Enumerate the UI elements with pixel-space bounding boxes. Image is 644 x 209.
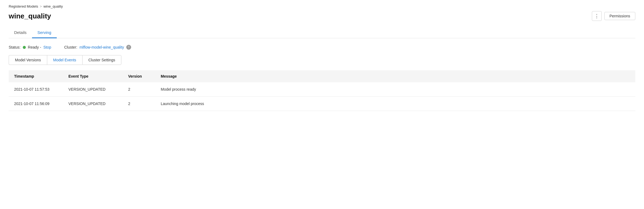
cell-version: 2 <box>123 82 155 97</box>
breadcrumb: Registered Models > wine_quality <box>9 4 635 8</box>
status-row: Status: Ready - Stop Cluster: mlflow-mod… <box>9 45 635 50</box>
main-tabs: Details Serving <box>9 27 635 38</box>
page-container: Registered Models > wine_quality wine_qu… <box>0 0 644 115</box>
cell-version: 2 <box>123 97 155 111</box>
status-left: Status: Ready - Stop <box>9 45 51 49</box>
col-header-event-type: Event Type <box>63 70 123 82</box>
cell-timestamp: 2021-10-07 11:56:09 <box>9 97 63 111</box>
breadcrumb-separator: > <box>40 4 42 8</box>
status-label: Status: <box>9 45 21 49</box>
col-header-timestamp: Timestamp <box>9 70 63 82</box>
tab-details[interactable]: Details <box>9 27 32 38</box>
status-dot-icon <box>23 46 26 49</box>
col-header-message: Message <box>155 70 635 82</box>
breadcrumb-parent[interactable]: Registered Models <box>9 4 38 8</box>
cluster-link[interactable]: mlflow-model-wine_quality <box>80 45 124 49</box>
breadcrumb-current: wine_quality <box>43 4 63 8</box>
cluster-label: Cluster: <box>64 45 77 49</box>
page-title: wine_quality <box>9 12 51 20</box>
cell-timestamp: 2021-10-07 11:57:53 <box>9 82 63 97</box>
header-row: wine_quality ⋮ Permissions <box>9 11 635 21</box>
cell-message: Model process ready <box>155 82 635 97</box>
sub-tab-model-versions[interactable]: Model Versions <box>9 55 47 65</box>
tab-serving[interactable]: Serving <box>32 27 57 38</box>
cell-message: Launching model process <box>155 97 635 111</box>
help-icon[interactable]: ? <box>126 45 131 50</box>
table-row: 2021-10-07 11:56:09 VERSION_UPDATED 2 La… <box>9 97 635 111</box>
col-header-version: Version <box>123 70 155 82</box>
cell-event-type: VERSION_UPDATED <box>63 82 123 97</box>
header-actions: ⋮ Permissions <box>592 11 635 21</box>
events-table: Timestamp Event Type Version Message 202… <box>9 70 635 111</box>
cluster-section: Cluster: mlflow-model-wine_quality ? <box>64 45 131 50</box>
status-text: Ready - <box>28 45 41 49</box>
cell-event-type: VERSION_UPDATED <box>63 97 123 111</box>
stop-link[interactable]: Stop <box>43 45 51 49</box>
permissions-button[interactable]: Permissions <box>604 12 635 20</box>
sub-tab-model-events[interactable]: Model Events <box>47 55 82 65</box>
sub-tab-cluster-settings[interactable]: Cluster Settings <box>82 55 122 65</box>
table-row: 2021-10-07 11:57:53 VERSION_UPDATED 2 Mo… <box>9 82 635 97</box>
more-options-button[interactable]: ⋮ <box>592 11 602 21</box>
table-header-row: Timestamp Event Type Version Message <box>9 70 635 82</box>
table-section: Timestamp Event Type Version Message 202… <box>9 70 635 111</box>
sub-tabs: Model Versions Model Events Cluster Sett… <box>9 55 635 65</box>
